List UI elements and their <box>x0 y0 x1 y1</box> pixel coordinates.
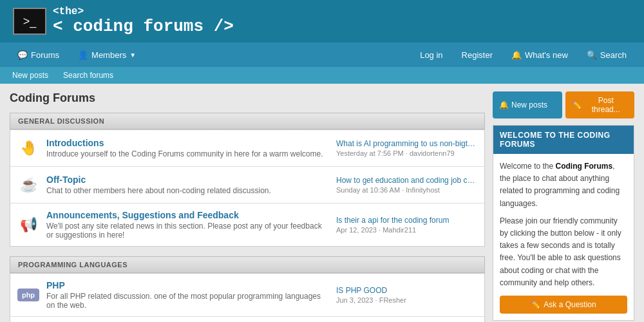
bell-icon: 🔔 <box>511 50 522 60</box>
post-thread-button[interactable]: ✏️ Post thread... <box>565 91 635 118</box>
logo[interactable]: >_ <the> < coding forums /> <box>13 6 234 36</box>
forums-icon: 💬 <box>17 50 28 60</box>
nav-bar: 💬 Forums 👤 Members ▼ Log in Register 🔔 W… <box>0 43 644 67</box>
ask-question-button[interactable]: ✏️ Ask a Question <box>500 296 627 314</box>
welcome-brand: Coding Forums <box>555 162 612 171</box>
forum-info-php: PHP For all PHP related discussion. one … <box>46 280 330 310</box>
ask-icon: ✏️ <box>531 300 540 309</box>
search-icon: 🔍 <box>587 50 597 60</box>
forum-desc-off-topic: Chat to other members here about non-cod… <box>46 186 330 195</box>
sub-nav-new-posts[interactable]: New posts <box>10 70 51 81</box>
nav-register[interactable]: Register <box>454 45 500 65</box>
nav-forums-label: Forums <box>31 50 59 60</box>
general-discussion-table: 🤚 Introductions Introduce yourself to th… <box>10 129 485 247</box>
forum-name-introductions[interactable]: Introductions <box>46 138 330 148</box>
forum-latest-announcements: Is their a api for the coding forum Apr … <box>336 216 478 234</box>
sidebar-btn-row: 🔔 New posts ✏️ Post thread... <box>493 91 634 118</box>
main-layout: Coding Forums GENERAL DISCUSSION 🤚 Intro… <box>0 84 644 322</box>
section-general-discussion: GENERAL DISCUSSION <box>10 113 485 129</box>
welcome-box: WELCOME TO THE CODING FORUMS Welcome to … <box>493 125 634 321</box>
forum-latest-title-announcements[interactable]: Is their a api for the coding forum <box>336 216 478 225</box>
coffee-icon: ☕ <box>20 176 37 193</box>
content-area: Coding Forums GENERAL DISCUSSION 🤚 Intro… <box>10 91 485 322</box>
nav-whats-new[interactable]: 🔔 What's new <box>504 45 576 65</box>
forum-icon-announcements: 📢 <box>17 213 40 236</box>
logo-terminal-icon: >_ <box>13 8 46 35</box>
nav-right: Log in Register 🔔 What's new 🔍 Search <box>412 45 634 65</box>
sub-nav-search-forums[interactable]: Search forums <box>61 70 116 81</box>
forum-latest-php: IS PHP GOOD Jun 3, 2023 · FResher <box>336 286 478 304</box>
forum-row-php: php PHP For all PHP related discussion. … <box>10 274 484 317</box>
nav-whats-new-label: What's new <box>525 50 568 60</box>
forum-icon-php: php <box>17 283 40 307</box>
sidebar: 🔔 New posts ✏️ Post thread... WELCOME TO… <box>493 91 634 322</box>
forum-latest-meta-php: Jun 3, 2023 · FResher <box>336 296 478 304</box>
forum-info-announcements: Announcements, Suggestions and Feedback … <box>46 210 330 240</box>
nav-left: 💬 Forums 👤 Members ▼ <box>10 45 412 65</box>
welcome-box-content: Welcome to the Coding Forums, the place … <box>493 154 634 320</box>
new-posts-button[interactable]: 🔔 New posts <box>493 91 562 118</box>
forum-desc-php: For all PHP related discussion. one of t… <box>46 292 330 310</box>
forum-name-announcements[interactable]: Announcements, Suggestions and Feedback <box>46 210 330 220</box>
nav-search-label: Search <box>600 50 627 60</box>
welcome-box-header: WELCOME TO THE CODING FORUMS <box>493 126 634 154</box>
forum-latest-title-php[interactable]: IS PHP GOOD <box>336 286 478 295</box>
forum-latest-title-off-topic[interactable]: How to get education and coding job co..… <box>336 176 478 185</box>
forum-row-announcements: 📢 Announcements, Suggestions and Feedbac… <box>10 204 484 246</box>
forum-desc-introductions: Introduce yourself to the Coding Forums … <box>46 149 330 158</box>
nav-login-label: Log in <box>420 50 442 60</box>
nav-forums[interactable]: 💬 Forums <box>10 45 67 65</box>
nav-register-label: Register <box>462 50 493 60</box>
forum-name-off-topic[interactable]: Off-Topic <box>46 175 330 185</box>
ask-label: Ask a Question <box>544 300 596 309</box>
members-caret-icon: ▼ <box>129 52 136 59</box>
logo-text: <the> < coding forums /> <box>53 6 234 36</box>
forum-info-introductions: Introductions Introduce yourself to the … <box>46 138 330 158</box>
forum-latest-title-introductions[interactable]: What is AI programming to us non-bigtec.… <box>336 139 478 148</box>
megaphone-icon: 📢 <box>20 216 37 233</box>
forum-info-off-topic: Off-Topic Chat to other members here abo… <box>46 175 330 195</box>
forum-icon-introductions: 🤚 <box>17 137 40 160</box>
forum-row-off-topic: ☕ Off-Topic Chat to other members here a… <box>10 167 484 204</box>
forum-latest-meta-off-topic: Sunday at 10:36 AM · Infinityhost <box>336 186 478 194</box>
forum-icon-off-topic: ☕ <box>17 173 40 196</box>
page-title: Coding Forums <box>10 91 485 105</box>
nav-login[interactable]: Log in <box>412 45 450 65</box>
nav-members-label: Members <box>91 50 126 60</box>
site-header: >_ <the> < coding forums /> <box>0 0 644 43</box>
forum-latest-off-topic: How to get education and coding job co..… <box>336 176 478 194</box>
section-programming-languages: PROGRAMMING LANGUAGES <box>10 256 485 273</box>
members-icon: 👤 <box>78 50 88 60</box>
forum-latest-meta-introductions: Yesterday at 7:56 PM · davidortenn79 <box>336 149 478 157</box>
forum-latest-meta-announcements: Apr 12, 2023 · Mahdir211 <box>336 226 478 234</box>
post-thread-label: Post thread... <box>584 96 629 114</box>
welcome-text-3: Please join our friendly community by cl… <box>500 215 627 289</box>
welcome-text-1: Welcome to the <box>500 162 555 171</box>
sub-nav: New posts Search forums <box>0 67 644 84</box>
forum-row-perl: Perl Get help and support with any Perl … <box>10 317 484 322</box>
post-thread-icon: ✏️ <box>572 100 582 109</box>
programming-languages-table: php PHP For all PHP related discussion. … <box>10 273 485 322</box>
nav-members[interactable]: 👤 Members ▼ <box>70 45 144 65</box>
forum-name-php[interactable]: PHP <box>46 280 330 290</box>
php-icon: php <box>17 289 39 301</box>
forum-desc-announcements: We'll post any site related news in this… <box>46 222 330 240</box>
forum-latest-introductions: What is AI programming to us non-bigtec.… <box>336 139 478 157</box>
nav-search[interactable]: 🔍 Search <box>579 45 634 65</box>
forum-row-introductions: 🤚 Introductions Introduce yourself to th… <box>10 130 484 167</box>
hand-icon: 🤚 <box>20 140 37 156</box>
new-posts-label: New posts <box>511 100 547 109</box>
new-posts-icon: 🔔 <box>499 100 509 109</box>
